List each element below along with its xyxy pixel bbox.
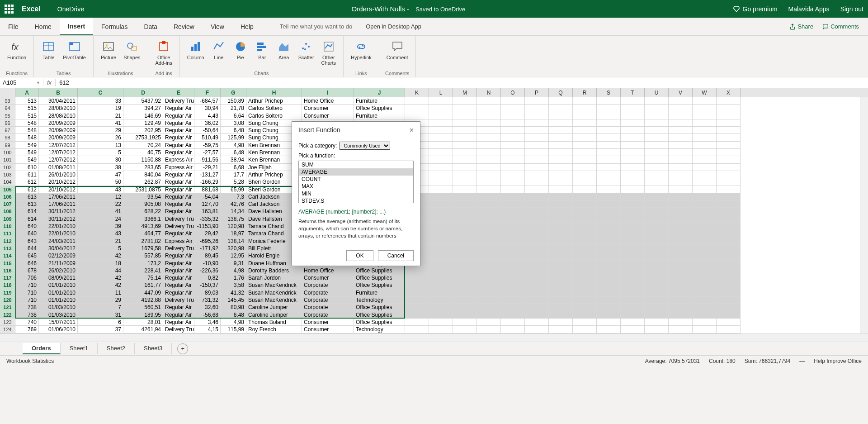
cell[interactable] [453,274,477,281]
cell[interactable] [717,164,741,171]
cell[interactable]: 24 [78,215,123,223]
cell[interactable] [525,230,549,237]
cell[interactable] [693,319,717,326]
cell[interactable] [525,178,549,186]
tab-home[interactable]: Home [27,18,60,35]
cell[interactable] [645,97,669,105]
cell[interactable] [717,223,741,230]
cell[interactable] [453,311,477,319]
cell[interactable] [549,105,573,112]
cell[interactable]: -27,57 [194,149,221,156]
cell[interactable] [669,230,693,237]
cell[interactable]: 21 [78,112,123,119]
cell[interactable]: 70,24 [123,142,163,149]
cell[interactable] [501,267,525,274]
cell[interactable] [597,223,621,230]
sheet-tab-sheet1[interactable]: Sheet1 [61,343,98,354]
cell[interactable]: 628,22 [123,208,163,215]
cell[interactable] [645,260,669,267]
cell[interactable] [453,245,477,252]
cell[interactable] [597,238,621,245]
cell[interactable] [573,274,597,281]
cell[interactable] [573,149,597,156]
cell[interactable] [477,105,501,112]
cell[interactable] [525,127,549,134]
cell[interactable]: Express Air [163,156,194,163]
cell[interactable] [573,105,597,112]
app-launcher-icon[interactable] [5,5,14,14]
cell[interactable] [453,238,477,245]
cell[interactable] [549,238,573,245]
cell[interactable] [669,311,693,319]
function-count[interactable]: COUNT [299,176,413,183]
cell[interactable]: 146,69 [123,112,163,119]
cell[interactable] [501,164,525,171]
cell[interactable] [597,289,621,296]
cell[interactable] [477,223,501,230]
cell[interactable] [645,304,669,311]
row-header[interactable]: 121 [0,304,15,311]
cell[interactable] [717,134,741,141]
cell[interactable] [573,223,597,230]
cell[interactable] [573,319,597,326]
cell[interactable] [405,281,429,289]
cell[interactable]: Regular Air [163,260,194,267]
zoom-dash[interactable]: — [799,358,805,364]
cell[interactable] [621,127,645,134]
cell[interactable]: Home Office [302,97,354,105]
column-header-I[interactable]: I [302,88,354,97]
cell[interactable] [645,105,669,112]
cell[interactable] [549,230,573,237]
cell[interactable] [693,304,717,311]
ribbon-office-add-ins[interactable]: Office Add-ins [153,38,175,67]
cell[interactable]: Regular Air [163,281,194,289]
cell[interactable] [429,149,453,156]
cell[interactable]: 01/03/2010 [39,304,78,311]
cell[interactable] [693,178,717,186]
row-header[interactable]: 116 [0,267,15,274]
cell[interactable]: -1153,90 [194,223,221,230]
cell[interactable] [501,134,525,141]
cell[interactable] [621,105,645,112]
cell[interactable] [717,142,741,149]
cell[interactable] [597,156,621,163]
cell[interactable] [645,267,669,274]
cell[interactable] [693,230,717,237]
cell[interactable]: 17/06/2011 [39,193,78,200]
cell[interactable]: Express Air [163,238,194,245]
cell[interactable]: Delivery Truck [163,97,194,105]
cell[interactable]: Office Supplies [354,274,405,281]
cell[interactable] [621,142,645,149]
cell[interactable] [477,112,501,119]
cell[interactable] [549,260,573,267]
cell[interactable] [669,319,693,326]
cell[interactable] [621,215,645,223]
cell[interactable] [645,142,669,149]
cell[interactable] [453,171,477,178]
cell[interactable]: -150,37 [194,281,221,289]
cell[interactable] [453,193,477,200]
cell[interactable] [717,149,741,156]
cell[interactable]: 515 [15,112,39,119]
cell[interactable] [453,112,477,119]
cell[interactable]: Regular Air [163,171,194,178]
cell[interactable] [717,215,741,223]
close-icon[interactable]: × [410,126,414,134]
cell[interactable]: 740 [15,319,39,326]
cell[interactable] [573,311,597,319]
cell[interactable]: 738 [15,304,39,311]
cell[interactable] [429,304,453,311]
cell[interactable] [621,267,645,274]
cell[interactable]: 161,77 [123,281,163,289]
cell[interactable]: 41,32 [221,289,246,296]
go-premium-button[interactable]: Go premium [733,5,778,13]
cell[interactable]: 173,2 [123,260,163,267]
cell[interactable] [717,296,741,304]
cell[interactable]: 202,95 [123,127,163,134]
cell[interactable] [693,164,717,171]
cell[interactable]: 320,98 [221,245,246,252]
cell[interactable]: 01/06/2010 [39,326,78,333]
cell[interactable]: 189,95 [123,311,163,319]
row-header[interactable]: 104 [0,178,15,186]
ribbon-other-charts[interactable]: Other Charts [319,38,339,67]
